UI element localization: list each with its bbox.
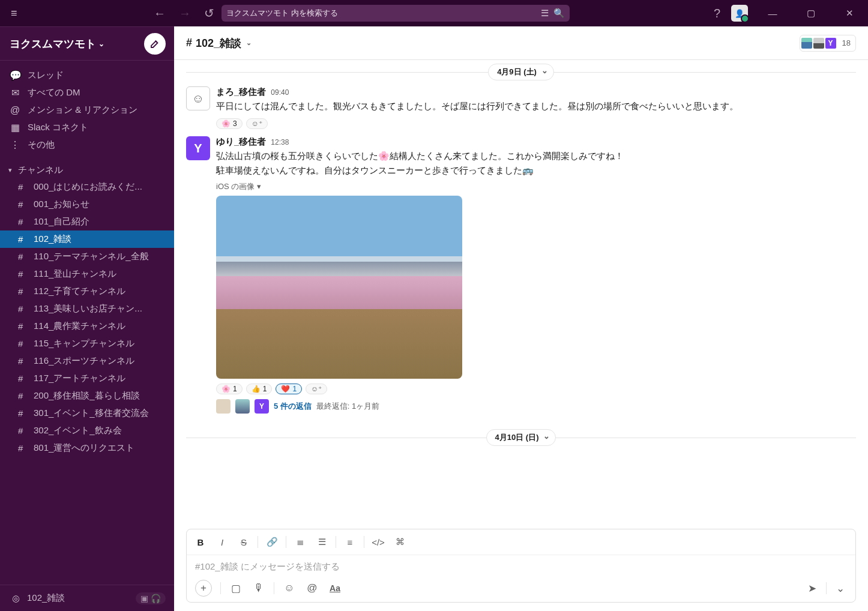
send-button[interactable]: ➤ [802,579,822,597]
message-avatar[interactable]: ☺ [186,86,210,110]
thread-replies-link[interactable]: 5 件の返信 [274,401,312,412]
sidebar-connect[interactable]: ▦Slack コネクト [0,119,174,136]
hash-icon: # [18,304,28,314]
sidebar-footer: ◎ 102_雑談 ▣ 🎧 [0,585,174,611]
sidebar-channel[interactable]: #113_美味しいお店チャン... [0,300,174,318]
reaction[interactable]: 👍 1 [246,384,273,394]
composer-footer: + ▢ 🎙 ☺ @ Aa ➤ ⌄ [187,577,855,602]
sidebar-threads[interactable]: 💬スレッド [0,67,174,84]
channel-label: 116_スポーツチャンネル [34,355,134,367]
titlebar: ≡ ← → ↺ ヨクスムマツモト 内を検索する ☰ 🔍 ? 👤 — ▢ ✕ [0,0,868,26]
camera-icon[interactable]: ▣ [140,594,148,603]
format-bold[interactable]: B [190,533,211,551]
sidebar-channel[interactable]: #000_はじめにお読みくだ... [0,178,174,196]
workspace-switcher[interactable]: ヨクスムマツモト ⌄ [10,37,104,51]
add-reaction-button[interactable]: ☺⁺ [246,118,268,129]
hash-icon: # [18,269,28,279]
attachment-image[interactable] [216,196,462,379]
sidebar-channel[interactable]: #302_イベント_飲み会 [0,422,174,439]
message: ☺ まろ_移住者 09:40 平日にしては混んでました。観光バスもきてましたし。… [186,84,856,134]
sidebar-channel[interactable]: #116_スポーツチャンネル [0,352,174,370]
sidebar-channel[interactable]: #115_キャンプチャンネル [0,335,174,352]
sidebar-channel[interactable]: #114_農作業チャンネル [0,318,174,335]
attachment-label[interactable]: iOS の画像 ▾ [216,181,856,192]
member-count-button[interactable]: Y 18 [800,35,856,52]
format-toggle[interactable]: Aa [325,579,345,597]
message-timestamp[interactable]: 12:38 [271,138,289,146]
user-avatar[interactable]: 👤 [731,5,748,22]
content: # 102_雑談 ⌄ Y 18 4月9日 (土) ☺ まろ_移住者 [174,26,868,611]
add-reaction-button[interactable]: ☺⁺ [306,384,327,394]
sidebar-channel[interactable]: #117_アートチャンネル [0,370,174,387]
channel-label: 117_アートチャンネル [34,373,125,384]
composer-input[interactable]: #102_雑談 にメッセージを送信する [187,555,855,577]
message-timestamp[interactable]: 09:40 [271,88,289,97]
channel-title-button[interactable]: # 102_雑談 ⌄ [186,36,252,50]
footer-channel[interactable]: 102_雑談 [27,592,65,604]
reaction[interactable]: ❤️ 1 [276,384,302,394]
format-link[interactable]: 🔗 [262,533,282,551]
help-icon[interactable]: ? [714,7,720,20]
channel-label: 114_農作業チャンネル [34,321,125,332]
mention-icon: @ [10,105,20,116]
search-input[interactable]: ヨクスムマツモト 内を検索する ☰ 🔍 [222,5,570,22]
format-ul[interactable]: ☰ [312,533,332,551]
format-quote[interactable]: ≡ [340,533,360,551]
window-minimize[interactable]: — [759,5,786,22]
attach-button[interactable]: + [195,580,212,597]
format-code[interactable]: </> [368,533,388,551]
headphones-icon[interactable]: 🎧 [151,594,161,603]
reaction[interactable]: 🌸 3 [216,118,243,129]
message-username[interactable]: まろ_移住者 [216,86,266,98]
history-icon[interactable]: ↺ [204,6,214,20]
sidebar-channel[interactable]: #111_登山チャンネル [0,265,174,283]
date-jump-button[interactable]: 4月9日 (土) [488,64,554,80]
emoji-icon[interactable]: ☺ [279,579,300,597]
format-ol[interactable]: ≣ [290,533,310,551]
format-strike[interactable]: S [234,533,254,551]
hamburger-icon[interactable]: ≡ [11,7,17,20]
send-options[interactable]: ⌄ [830,579,851,597]
window-maximize[interactable]: ▢ [797,5,825,22]
nav-forward-icon[interactable]: → [179,7,191,20]
window-close[interactable]: ✕ [836,5,863,22]
broadcast-icon[interactable]: ◎ [12,593,20,604]
thread-avatar [216,399,231,414]
sidebar-more[interactable]: ⋮その他 [0,136,174,154]
format-codeblock[interactable]: ⌘ [390,533,410,551]
hash-icon: # [18,426,28,436]
compose-button[interactable] [144,33,166,55]
channel-label: 110_テーマチャンネル_全般 [34,251,149,262]
sidebar-channel[interactable]: #112_子育てチャンネル [0,283,174,300]
sidebar-channel[interactable]: #200_移住相談_暮らし相談 [0,387,174,405]
channels-section-header[interactable]: ▾ チャンネル [0,154,174,178]
sidebar-channel[interactable]: #301_イベント_移住者交流会 [0,405,174,422]
nav-back-icon[interactable]: ← [154,7,166,20]
video-icon[interactable]: ▢ [226,579,246,597]
sidebar-channel[interactable]: #101_自己紹介 [0,213,174,230]
date-jump-button[interactable]: 4月10日 (日) [486,429,556,446]
sidebar-channel[interactable]: #110_テーマチャンネル_全般 [0,248,174,265]
sidebar-mentions[interactable]: @メンション & リアクション [0,101,174,119]
thread-summary[interactable]: Y 5 件の返信 最終返信: 1ヶ月前 [216,399,856,414]
workspace-header: ヨクスムマツモト ⌄ [0,27,174,61]
hash-icon: # [18,408,28,418]
message-username[interactable]: ゆり_移住者 [216,136,266,148]
mic-icon[interactable]: 🎙 [249,579,269,597]
hash-icon: # [18,373,28,384]
date-divider: 4月9日 (土) [186,60,856,84]
hash-icon: # [18,251,28,262]
member-count: 18 [842,38,851,47]
sidebar-channel[interactable]: #801_運営へのリクエスト [0,439,174,457]
sidebar-channel[interactable]: #102_雑談 [0,230,174,248]
sidebar-dms[interactable]: ✉︎すべての DM [0,84,174,101]
filter-icon[interactable]: ☰ [541,8,549,19]
mention-icon[interactable]: @ [302,579,322,597]
message-avatar[interactable]: Y [186,136,210,160]
reaction[interactable]: 🌸 1 [216,384,243,394]
message-text: 平日にしては混んでました。観光バスもきてましたし。そば屋には行列できてました。昼… [216,98,856,113]
format-italic[interactable]: I [212,533,232,551]
search-icon[interactable]: 🔍 [553,8,565,19]
sidebar-channel[interactable]: #001_お知らせ [0,196,174,213]
compose-icon [149,38,160,49]
